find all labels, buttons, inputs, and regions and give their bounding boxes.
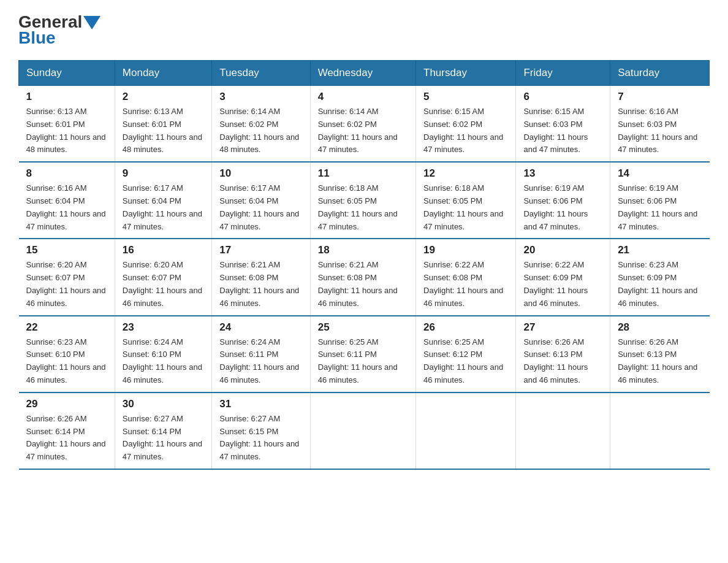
calendar-cell: 26Sunrise: 6:25 AMSunset: 6:12 PMDayligh… (416, 316, 516, 393)
calendar-week-row: 29Sunrise: 6:26 AMSunset: 6:14 PMDayligh… (19, 393, 710, 469)
calendar-cell: 14Sunrise: 6:19 AMSunset: 6:06 PMDayligh… (610, 162, 710, 239)
calendar-cell: 16Sunrise: 6:20 AMSunset: 6:07 PMDayligh… (115, 239, 211, 315)
calendar-cell: 22Sunrise: 6:23 AMSunset: 6:10 PMDayligh… (19, 316, 115, 393)
calendar-cell: 30Sunrise: 6:27 AMSunset: 6:14 PMDayligh… (115, 393, 211, 469)
calendar-cell: 8Sunrise: 6:16 AMSunset: 6:04 PMDaylight… (19, 162, 115, 239)
day-number: 25 (318, 321, 408, 334)
day-info: Sunrise: 6:21 AMSunset: 6:08 PMDaylight:… (318, 259, 408, 310)
day-number: 11 (318, 167, 408, 180)
header-friday: Friday (516, 61, 610, 86)
calendar-cell: 25Sunrise: 6:25 AMSunset: 6:11 PMDayligh… (310, 316, 415, 393)
day-info: Sunrise: 6:23 AMSunset: 6:10 PMDaylight:… (26, 336, 107, 387)
calendar-cell: 31Sunrise: 6:27 AMSunset: 6:15 PMDayligh… (212, 393, 310, 469)
day-number: 30 (123, 398, 204, 410)
day-number: 24 (219, 321, 302, 334)
calendar-cell: 24Sunrise: 6:24 AMSunset: 6:11 PMDayligh… (212, 316, 310, 393)
day-number: 20 (523, 244, 602, 256)
day-info: Sunrise: 6:25 AMSunset: 6:11 PMDaylight:… (318, 336, 408, 387)
day-info: Sunrise: 6:20 AMSunset: 6:07 PMDaylight:… (26, 259, 107, 310)
calendar-cell: 28Sunrise: 6:26 AMSunset: 6:13 PMDayligh… (610, 316, 710, 393)
calendar-cell: 7Sunrise: 6:16 AMSunset: 6:03 PMDaylight… (610, 86, 710, 163)
day-info: Sunrise: 6:24 AMSunset: 6:11 PMDaylight:… (219, 336, 302, 387)
logo: General Blue (18, 12, 100, 48)
day-number: 9 (123, 167, 204, 180)
day-info: Sunrise: 6:13 AMSunset: 6:01 PMDaylight:… (26, 105, 107, 156)
day-info: Sunrise: 6:22 AMSunset: 6:09 PMDaylight:… (523, 259, 602, 310)
day-number: 13 (523, 167, 602, 180)
header-saturday: Saturday (610, 61, 710, 86)
day-number: 22 (26, 321, 107, 334)
calendar-cell: 23Sunrise: 6:24 AMSunset: 6:10 PMDayligh… (115, 316, 211, 393)
day-number: 17 (219, 244, 302, 256)
day-info: Sunrise: 6:27 AMSunset: 6:14 PMDaylight:… (123, 413, 204, 464)
calendar-week-row: 1Sunrise: 6:13 AMSunset: 6:01 PMDaylight… (19, 86, 710, 163)
day-info: Sunrise: 6:22 AMSunset: 6:08 PMDaylight:… (423, 259, 508, 310)
calendar-cell: 1Sunrise: 6:13 AMSunset: 6:01 PMDaylight… (19, 86, 115, 163)
calendar-cell: 15Sunrise: 6:20 AMSunset: 6:07 PMDayligh… (19, 239, 115, 315)
day-info: Sunrise: 6:25 AMSunset: 6:12 PMDaylight:… (423, 336, 508, 387)
calendar-cell: 19Sunrise: 6:22 AMSunset: 6:08 PMDayligh… (416, 239, 516, 315)
day-number: 7 (618, 91, 702, 103)
calendar-table: Sunday Monday Tuesday Wednesday Thursday… (18, 60, 710, 470)
logo-blue-text: Blue (18, 28, 56, 48)
day-info: Sunrise: 6:26 AMSunset: 6:14 PMDaylight:… (26, 413, 107, 464)
day-info: Sunrise: 6:21 AMSunset: 6:08 PMDaylight:… (219, 259, 302, 310)
day-number: 6 (523, 91, 602, 103)
day-info: Sunrise: 6:16 AMSunset: 6:03 PMDaylight:… (618, 105, 702, 156)
day-info: Sunrise: 6:20 AMSunset: 6:07 PMDaylight:… (123, 259, 204, 310)
logo-triangle-icon (83, 16, 100, 29)
calendar-cell: 20Sunrise: 6:22 AMSunset: 6:09 PMDayligh… (516, 239, 610, 315)
calendar-cell: 4Sunrise: 6:14 AMSunset: 6:02 PMDaylight… (310, 86, 415, 163)
header-row: Sunday Monday Tuesday Wednesday Thursday… (19, 61, 710, 86)
day-number: 8 (26, 167, 107, 180)
day-info: Sunrise: 6:14 AMSunset: 6:02 PMDaylight:… (318, 105, 408, 156)
day-number: 16 (123, 244, 204, 256)
header-wednesday: Wednesday (310, 61, 415, 86)
day-info: Sunrise: 6:13 AMSunset: 6:01 PMDaylight:… (123, 105, 204, 156)
calendar-cell (416, 393, 516, 469)
day-info: Sunrise: 6:15 AMSunset: 6:03 PMDaylight:… (523, 105, 602, 156)
calendar-body: 1Sunrise: 6:13 AMSunset: 6:01 PMDaylight… (19, 86, 710, 469)
day-info: Sunrise: 6:19 AMSunset: 6:06 PMDaylight:… (523, 182, 602, 233)
day-info: Sunrise: 6:17 AMSunset: 6:04 PMDaylight:… (219, 182, 302, 233)
calendar-cell (310, 393, 415, 469)
calendar-cell: 12Sunrise: 6:18 AMSunset: 6:05 PMDayligh… (416, 162, 516, 239)
day-number: 26 (423, 321, 508, 334)
day-info: Sunrise: 6:14 AMSunset: 6:02 PMDaylight:… (219, 105, 302, 156)
day-number: 3 (219, 91, 302, 103)
day-number: 14 (618, 167, 702, 180)
day-info: Sunrise: 6:27 AMSunset: 6:15 PMDaylight:… (219, 413, 302, 464)
calendar-cell (516, 393, 610, 469)
calendar-week-row: 22Sunrise: 6:23 AMSunset: 6:10 PMDayligh… (19, 316, 710, 393)
day-number: 1 (26, 91, 107, 103)
day-info: Sunrise: 6:15 AMSunset: 6:02 PMDaylight:… (423, 105, 508, 156)
calendar-cell: 13Sunrise: 6:19 AMSunset: 6:06 PMDayligh… (516, 162, 610, 239)
day-info: Sunrise: 6:18 AMSunset: 6:05 PMDaylight:… (318, 182, 408, 233)
calendar-cell: 18Sunrise: 6:21 AMSunset: 6:08 PMDayligh… (310, 239, 415, 315)
day-info: Sunrise: 6:26 AMSunset: 6:13 PMDaylight:… (618, 336, 702, 387)
day-number: 2 (123, 91, 204, 103)
calendar-cell: 21Sunrise: 6:23 AMSunset: 6:09 PMDayligh… (610, 239, 710, 315)
day-number: 28 (618, 321, 702, 334)
day-number: 15 (26, 244, 107, 256)
day-info: Sunrise: 6:18 AMSunset: 6:05 PMDaylight:… (423, 182, 508, 233)
calendar-cell: 17Sunrise: 6:21 AMSunset: 6:08 PMDayligh… (212, 239, 310, 315)
day-number: 18 (318, 244, 408, 256)
calendar-cell: 6Sunrise: 6:15 AMSunset: 6:03 PMDaylight… (516, 86, 610, 163)
day-info: Sunrise: 6:23 AMSunset: 6:09 PMDaylight:… (618, 259, 702, 310)
header-tuesday: Tuesday (212, 61, 310, 86)
day-number: 4 (318, 91, 408, 103)
header-thursday: Thursday (416, 61, 516, 86)
calendar-week-row: 15Sunrise: 6:20 AMSunset: 6:07 PMDayligh… (19, 239, 710, 315)
calendar-cell: 10Sunrise: 6:17 AMSunset: 6:04 PMDayligh… (212, 162, 310, 239)
day-info: Sunrise: 6:17 AMSunset: 6:04 PMDaylight:… (123, 182, 204, 233)
calendar-cell: 11Sunrise: 6:18 AMSunset: 6:05 PMDayligh… (310, 162, 415, 239)
calendar-cell (610, 393, 710, 469)
day-number: 21 (618, 244, 702, 256)
day-info: Sunrise: 6:19 AMSunset: 6:06 PMDaylight:… (618, 182, 702, 233)
day-info: Sunrise: 6:16 AMSunset: 6:04 PMDaylight:… (26, 182, 107, 233)
day-number: 31 (219, 398, 302, 410)
calendar-cell: 27Sunrise: 6:26 AMSunset: 6:13 PMDayligh… (516, 316, 610, 393)
calendar-header: Sunday Monday Tuesday Wednesday Thursday… (19, 61, 710, 86)
day-number: 10 (219, 167, 302, 180)
